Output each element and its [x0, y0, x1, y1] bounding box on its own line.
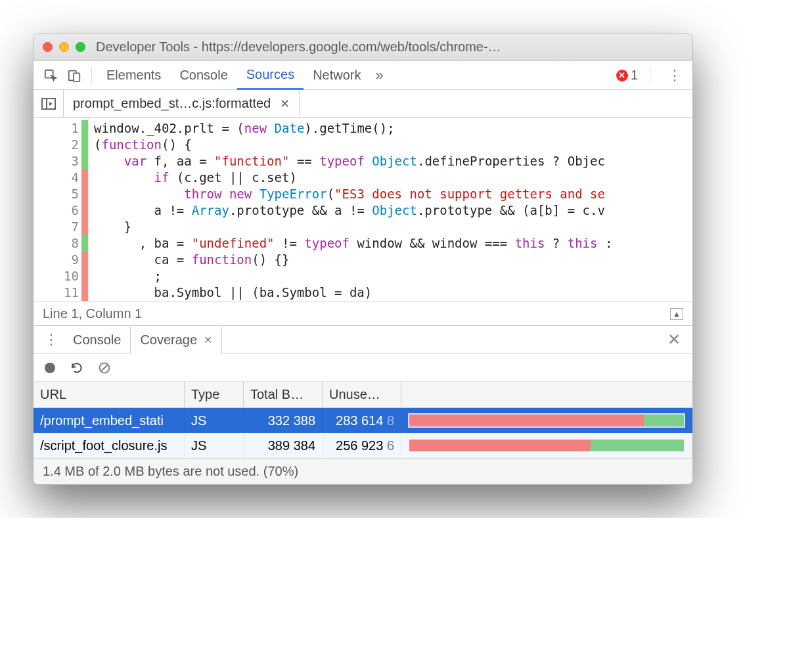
close-drawer-icon[interactable]: ✕: [661, 330, 687, 349]
col-unused[interactable]: Unuse…: [323, 382, 401, 407]
drawer-tab-coverage[interactable]: Coverage ✕: [130, 327, 222, 354]
code-content: window._402.prlt = (new Date).getTime();…: [89, 118, 692, 302]
tab-console[interactable]: Console: [170, 61, 237, 90]
error-icon: ✕: [616, 70, 628, 81]
settings-menu-icon[interactable]: ⋮: [662, 67, 687, 84]
table-header: URL Type Total B… Unuse…: [34, 382, 692, 408]
coverage-table: URL Type Total B… Unuse… /prompt_embed_s…: [34, 382, 692, 458]
tab-elements[interactable]: Elements: [97, 61, 170, 90]
titlebar: Developer Tools - https://developers.goo…: [34, 34, 692, 61]
drawer-tab-coverage-label: Coverage: [140, 332, 197, 348]
table-row[interactable]: /prompt_embed_statiJS332 388283 614 8: [34, 408, 692, 433]
coverage-footer: 1.4 MB of 2.0 MB bytes are not used. (70…: [34, 458, 692, 484]
col-total[interactable]: Total B…: [244, 382, 323, 407]
tab-network[interactable]: Network: [304, 61, 370, 90]
collapse-panel-icon[interactable]: ▲: [670, 308, 683, 320]
cursor-position: Line 1, Column 1: [43, 306, 142, 321]
main-toolbar: Elements Console Sources Network » ✕ 1 ⋮: [34, 61, 692, 90]
table-row[interactable]: /script_foot_closure.jsJS389 384256 923 …: [34, 433, 692, 458]
close-file-tab-icon[interactable]: ✕: [280, 97, 290, 111]
cell-total: 389 384: [244, 434, 323, 457]
window-title: Developer Tools - https://developers.goo…: [96, 39, 501, 55]
cell-total: 332 388: [244, 409, 323, 432]
zoom-window-button[interactable]: [76, 42, 85, 52]
inspect-element-icon[interactable]: [41, 66, 60, 85]
col-url[interactable]: URL: [34, 382, 185, 407]
navigator-toggle-icon[interactable]: [34, 90, 64, 117]
clear-icon[interactable]: [98, 361, 111, 374]
file-tab[interactable]: prompt_embed_st…c.js:formatted ✕: [64, 90, 300, 117]
error-count: 1: [631, 68, 638, 83]
cell-type: JS: [185, 434, 244, 457]
traffic-lights: [43, 42, 85, 52]
cell-bar: [401, 436, 692, 455]
record-icon[interactable]: [44, 362, 56, 374]
drawer-tabs: ⋮ Console Coverage ✕ ✕: [34, 325, 692, 354]
devtools-window: Developer Tools - https://developers.goo…: [33, 33, 693, 485]
cell-unused: 283 614 8: [323, 409, 401, 432]
gutter: 1234567891011: [34, 118, 89, 302]
close-window-button[interactable]: [43, 42, 53, 52]
cell-unused: 256 923 6: [323, 434, 401, 457]
drawer-menu-icon[interactable]: ⋮: [39, 331, 64, 348]
tab-sources[interactable]: Sources: [237, 61, 304, 90]
cell-url: /script_foot_closure.js: [34, 434, 185, 457]
svg-line-7: [101, 365, 108, 371]
svg-point-5: [45, 363, 55, 373]
minimize-window-button[interactable]: [59, 42, 69, 52]
more-tabs-icon[interactable]: »: [376, 67, 384, 84]
svg-rect-2: [74, 73, 79, 81]
close-coverage-tab-icon[interactable]: ✕: [204, 334, 212, 346]
drawer-tab-console[interactable]: Console: [64, 326, 130, 353]
cell-url: /prompt_embed_stati: [34, 409, 185, 432]
coverage-toolbar: [34, 354, 692, 382]
svg-rect-3: [42, 99, 55, 109]
col-type[interactable]: Type: [185, 382, 244, 407]
file-tab-label: prompt_embed_st…c.js:formatted: [73, 96, 271, 111]
cell-bar: [401, 411, 692, 430]
error-badge[interactable]: ✕ 1: [616, 68, 638, 83]
code-editor[interactable]: 1234567891011 window._402.prlt = (new Da…: [34, 118, 692, 302]
editor-statusbar: Line 1, Column 1 ▲: [34, 302, 692, 325]
cell-type: JS: [185, 409, 244, 432]
file-tab-bar: prompt_embed_st…c.js:formatted ✕: [34, 90, 692, 118]
reload-icon[interactable]: [70, 361, 83, 374]
device-toolbar-icon[interactable]: [65, 66, 83, 85]
